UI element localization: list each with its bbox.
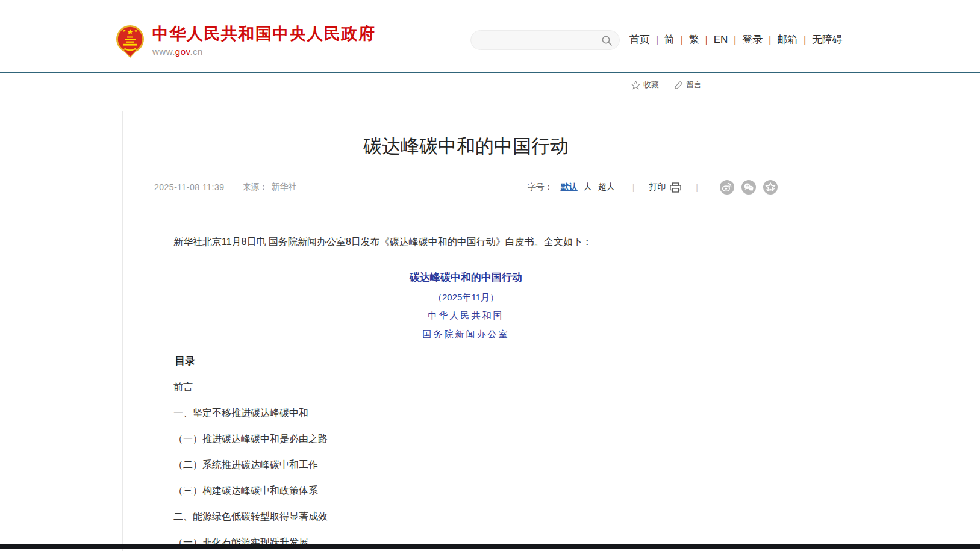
meta-left: 2025-11-08 11:39 来源： 新华社 <box>154 182 296 193</box>
search-icon[interactable] <box>601 35 613 46</box>
quick-actions: 收藏 留言 <box>631 79 717 90</box>
toc-item-1-2: （二）系统推进碳达峰碳中和工作 <box>154 459 778 471</box>
font-size-default[interactable]: 默认 <box>561 182 578 193</box>
comment-button[interactable]: 留言 <box>675 79 702 90</box>
nav-traditional[interactable]: 繁 <box>689 33 699 46</box>
site-title[interactable]: 中华人民共和国中央人民政府 <box>152 24 376 43</box>
page-title: 碳达峰碳中和的中国行动 <box>154 133 778 160</box>
article-panel: 碳达峰碳中和的中国行动 2025-11-08 11:39 来源： 新华社 字号：… <box>122 111 819 551</box>
nav-separator: | <box>681 34 683 45</box>
font-size-large[interactable]: 大 <box>584 182 592 193</box>
brand-text: 中华人民共和国中央人民政府 www.gov.cn <box>152 24 376 57</box>
search-input[interactable] <box>481 33 598 47</box>
lead-paragraph: 新华社北京11月8日电 国务院新闻办公室8日发布《碳达峰碳中和的中国行动》白皮书… <box>154 236 778 248</box>
site-url-www: www. <box>152 46 175 57</box>
print-button[interactable]: 打印 <box>649 182 681 193</box>
toc-item-1: 一、坚定不移推进碳达峰碳中和 <box>154 407 778 419</box>
pencil-icon <box>675 81 683 89</box>
favorite-button[interactable]: 收藏 <box>631 79 659 90</box>
meta-right: 字号： 默认 大 超大 | 打印 | <box>528 180 778 195</box>
source-value[interactable]: 新华社 <box>271 182 296 193</box>
printer-icon <box>670 182 681 193</box>
article-body: 新华社北京11月8日电 国务院新闻办公室8日发布《碳达峰碳中和的中国行动》白皮书… <box>154 236 778 549</box>
site-url-cn: .cn <box>190 46 203 57</box>
doc-org-country: 中华人民共和国 <box>154 310 778 322</box>
favorite-label: 收藏 <box>643 79 659 90</box>
font-size-xlarge[interactable]: 超大 <box>598 182 615 193</box>
toc-heading: 目录 <box>154 355 778 367</box>
doc-date: （2025年11月） <box>154 291 778 303</box>
site-url-gov: gov <box>175 46 190 57</box>
comment-label: 留言 <box>686 79 702 90</box>
nav-separator: | <box>734 34 736 45</box>
header-divider <box>0 72 980 73</box>
toc-item-preface: 前言 <box>154 381 778 393</box>
site-logo-link[interactable]: 中华人民共和国中央人民政府 www.gov.cn <box>116 24 376 58</box>
site-header: 中华人民共和国中央人民政府 www.gov.cn 首页 | 简 | 繁 | EN… <box>0 0 980 73</box>
nav-home[interactable]: 首页 <box>629 33 650 46</box>
nav-separator: | <box>769 34 771 45</box>
share-icons <box>713 180 778 195</box>
separator: | <box>696 182 698 192</box>
toc-item-1-3: （三）构建碳达峰碳中和政策体系 <box>154 485 778 497</box>
wechat-share-icon[interactable] <box>741 180 756 195</box>
nav-separator: | <box>656 34 658 45</box>
publish-date: 2025-11-08 11:39 <box>154 182 224 192</box>
nav-mail[interactable]: 邮箱 <box>777 33 797 46</box>
site-url: www.gov.cn <box>152 46 376 57</box>
top-nav: 首页 | 简 | 繁 | EN | 登录 | 邮箱 | 无障碍 <box>629 33 843 46</box>
nav-separator: | <box>804 34 806 45</box>
doc-title: 碳达峰碳中和的中国行动 <box>154 271 778 284</box>
qzone-share-icon[interactable] <box>763 180 778 195</box>
meta-divider <box>154 202 778 202</box>
article-meta: 2025-11-08 11:39 来源： 新华社 字号： 默认 大 超大 | 打… <box>154 180 778 195</box>
separator: | <box>632 182 635 192</box>
toc-item-2: 二、能源绿色低碳转型取得显著成效 <box>154 511 778 523</box>
star-icon <box>631 81 640 90</box>
national-emblem-icon <box>116 24 145 58</box>
doc-org-office: 国务院新闻办公室 <box>154 329 778 340</box>
nav-login[interactable]: 登录 <box>742 33 763 46</box>
nav-separator: | <box>705 34 708 45</box>
nav-english[interactable]: EN <box>714 34 728 46</box>
nav-simplified[interactable]: 简 <box>664 33 675 46</box>
search-box <box>470 30 620 50</box>
font-size-label: 字号： <box>528 182 553 193</box>
nav-accessibility[interactable]: 无障碍 <box>812 33 843 46</box>
toc-item-1-1: （一）推进碳达峰碳中和是必由之路 <box>154 433 778 445</box>
weibo-share-icon[interactable] <box>720 180 734 195</box>
source-label: 来源： <box>242 182 267 193</box>
bottom-edge-bar <box>0 544 980 549</box>
print-label: 打印 <box>649 182 666 193</box>
